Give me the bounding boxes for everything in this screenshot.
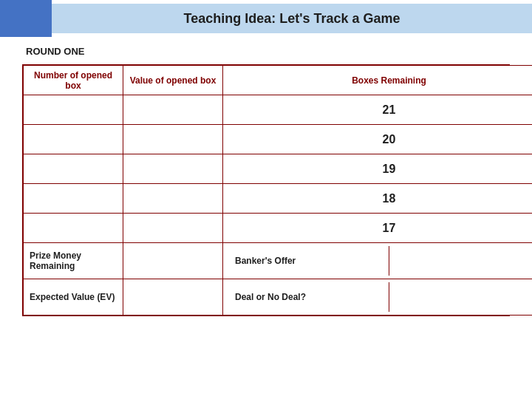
- num-cell-3[interactable]: [24, 154, 123, 184]
- page-title: Teaching Idea: Let's Track a Game: [183, 11, 400, 27]
- table-row: 20: [24, 125, 533, 154]
- col-header-val: Value of opened box: [123, 66, 223, 95]
- num-cell-4[interactable]: [24, 184, 123, 214]
- boxes-cell-5: 17: [223, 214, 533, 243]
- num-cell-2[interactable]: [24, 125, 123, 154]
- round-label: ROUND ONE: [26, 46, 510, 57]
- boxes-cell-4: 18: [223, 184, 533, 214]
- col-header-num: Number of opened box: [24, 66, 123, 95]
- bankers-inner-table: Banker's Offer: [229, 246, 532, 276]
- val-cell-2[interactable]: [123, 125, 223, 154]
- content: ROUND ONE Number of opened box Value of …: [0, 37, 532, 328]
- header: Teaching Idea: Let's Track a Game: [0, 0, 532, 37]
- val-cell-3[interactable]: [123, 154, 223, 184]
- prize-money-label: Prize Money Remaining: [24, 243, 123, 279]
- boxes-cell-3: 19: [223, 154, 533, 184]
- table-row: 21: [24, 95, 533, 125]
- expected-value-label: Expected Value (EV): [24, 279, 123, 316]
- bankers-offer-value[interactable]: [389, 246, 533, 276]
- bankers-inner-row: Banker's Offer: [229, 246, 532, 276]
- tracking-table: Number of opened box Value of opened box…: [23, 65, 532, 316]
- footer-row-1: Prize Money Remaining Banker's Offer: [24, 243, 533, 279]
- table-row: 17: [24, 214, 533, 243]
- header-title-bar: Teaching Idea: Let's Track a Game: [52, 4, 532, 33]
- header-blue-box: [0, 0, 52, 37]
- val-cell-1[interactable]: [123, 95, 223, 125]
- val-cell-5[interactable]: [123, 214, 223, 243]
- deal-no-deal-label: Deal or No Deal?: [229, 282, 389, 312]
- col-header-boxes: Boxes Remaining: [223, 66, 533, 95]
- prize-money-value[interactable]: [123, 243, 223, 279]
- num-cell-5[interactable]: [24, 214, 123, 243]
- table-row: 18: [24, 184, 533, 214]
- table-row: 19: [24, 154, 533, 184]
- deal-no-deal-value[interactable]: [389, 282, 533, 312]
- deal-inner-row: Deal or No Deal?: [229, 282, 532, 312]
- deal-no-deal-cell: Deal or No Deal?: [223, 279, 533, 316]
- boxes-cell-1: 21: [223, 95, 533, 125]
- boxes-cell-2: 20: [223, 125, 533, 154]
- deal-inner-table: Deal or No Deal?: [229, 282, 532, 312]
- bankers-offer-cell: Banker's Offer: [223, 243, 533, 279]
- footer-row-2: Expected Value (EV) Deal or No Deal?: [24, 279, 533, 316]
- expected-value-value[interactable]: [123, 279, 223, 316]
- table-header-row: Number of opened box Value of opened box…: [24, 66, 533, 95]
- num-cell-1[interactable]: [24, 95, 123, 125]
- val-cell-4[interactable]: [123, 184, 223, 214]
- bankers-offer-label: Banker's Offer: [229, 246, 389, 276]
- main-table-wrapper: Number of opened box Value of opened box…: [22, 64, 510, 316]
